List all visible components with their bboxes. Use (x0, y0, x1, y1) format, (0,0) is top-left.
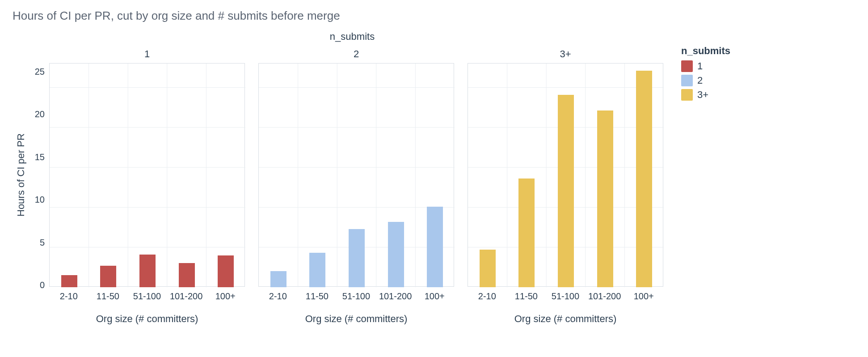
legend-label: 3+ (697, 89, 708, 101)
x-tick: 2-10 (49, 291, 88, 302)
legend-swatch (681, 89, 693, 101)
y-tick: 20 (29, 109, 45, 119)
y-tick: 5 (29, 238, 45, 248)
plot-svg (50, 64, 245, 287)
x-tick: 51-100 (546, 291, 585, 302)
plot-area[interactable] (258, 63, 454, 287)
x-tick: 2-10 (468, 291, 507, 302)
facet-super-label: n_submits (48, 31, 656, 42)
x-axis-ticks: 2-1011-5051-100101-200100+ (49, 291, 245, 302)
chart-container: Hours of CI per PR, cut by org size and … (0, 0, 868, 357)
bar[interactable] (100, 266, 116, 287)
x-axis-ticks: 2-1011-5051-100101-200100+ (258, 291, 454, 302)
legend-items: 123+ (681, 60, 730, 101)
plot-area[interactable] (468, 63, 663, 287)
plot-svg (259, 64, 455, 287)
x-tick: 11-50 (507, 291, 546, 302)
facet-panel: 22-1011-5051-100101-200100+Org size (# c… (258, 45, 454, 325)
legend-title: n_submits (681, 45, 730, 57)
bar[interactable] (179, 263, 195, 287)
y-tick: 25 (29, 67, 45, 77)
legend-label: 1 (697, 60, 703, 72)
facet-panel: 3+2-1011-5051-100101-200100+Org size (# … (468, 45, 663, 325)
bar[interactable] (309, 253, 325, 287)
x-tick: 100+ (415, 291, 454, 302)
facet-panels: 12-1011-5051-100101-200100+Org size (# c… (49, 45, 663, 325)
x-axis-ticks: 2-1011-5051-100101-200100+ (468, 291, 663, 302)
chart-title: Hours of CI per PR, cut by org size and … (13, 9, 855, 23)
facet-panel: 12-1011-5051-100101-200100+Org size (# c… (49, 45, 245, 325)
bar[interactable] (427, 207, 443, 287)
x-tick: 51-100 (337, 291, 376, 302)
y-axis-title: Hours of CI per PR (13, 63, 29, 287)
x-tick: 101-200 (167, 291, 206, 302)
legend: n_submits 123+ (681, 45, 730, 103)
bar[interactable] (558, 95, 574, 287)
legend-item[interactable]: 2 (681, 75, 730, 86)
facet-panel-title: 1 (49, 45, 245, 63)
chart-row: Hours of CI per PR 25 20 15 10 5 0 12-10… (13, 45, 855, 325)
x-axis-title: Org size (# committers) (49, 313, 245, 325)
bar[interactable] (349, 229, 365, 287)
y-tick: 15 (29, 152, 45, 162)
bar[interactable] (61, 275, 77, 287)
y-tick: 0 (29, 280, 45, 290)
x-tick: 2-10 (258, 291, 298, 302)
x-tick: 11-50 (298, 291, 337, 302)
x-tick: 51-100 (127, 291, 167, 302)
bar[interactable] (218, 255, 234, 287)
bar[interactable] (636, 71, 652, 287)
bar[interactable] (480, 250, 496, 287)
legend-swatch (681, 75, 693, 86)
x-tick: 101-200 (585, 291, 624, 302)
legend-item[interactable]: 1 (681, 60, 730, 72)
facet-panel-title: 2 (258, 45, 454, 63)
legend-item[interactable]: 3+ (681, 89, 730, 101)
plot-area[interactable] (49, 63, 245, 287)
x-tick: 100+ (206, 291, 245, 302)
x-axis-title: Org size (# committers) (258, 313, 454, 325)
x-tick: 11-50 (88, 291, 128, 302)
x-axis-title: Org size (# committers) (468, 313, 663, 325)
bar[interactable] (518, 178, 535, 287)
x-tick: 100+ (624, 291, 663, 302)
facet-panel-title: 3+ (468, 45, 663, 63)
bar[interactable] (597, 110, 613, 287)
x-tick: 101-200 (376, 291, 415, 302)
bar[interactable] (388, 222, 404, 287)
y-axis-ticks: 25 20 15 10 5 0 (29, 63, 49, 287)
bar[interactable] (270, 271, 287, 287)
bar[interactable] (139, 255, 156, 287)
legend-label: 2 (697, 75, 703, 86)
legend-swatch (681, 60, 693, 72)
plot-svg (468, 64, 664, 287)
y-tick: 10 (29, 195, 45, 205)
